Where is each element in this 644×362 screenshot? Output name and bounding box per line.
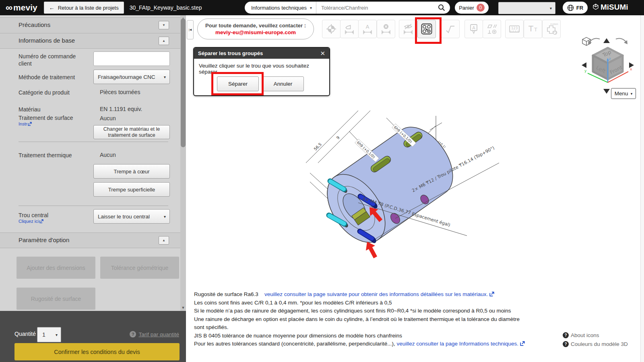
- quantity-select[interactable]: 1 ▾: [37, 327, 61, 342]
- about-icons-link[interactable]: ? About icons: [563, 332, 599, 338]
- text-dimension-button[interactable]: A: [358, 20, 377, 38]
- back-button-label: Retour à la liste de projets: [58, 5, 119, 11]
- meviy-logo-text: meviy: [13, 3, 37, 12]
- sidebar-scrollbar-thumb[interactable]: [181, 19, 186, 147]
- cart-count-badge: 0: [477, 4, 485, 12]
- six-views-icon: 6VIEWS: [545, 22, 558, 36]
- annotation-button[interactable]: A: [464, 20, 483, 38]
- surface-finish-button[interactable]: [441, 20, 460, 38]
- question-icon: ?: [563, 341, 569, 347]
- search-input[interactable]: Tolérance/Chanfrein: [316, 5, 438, 11]
- scroll-down-icon[interactable]: ▼: [181, 306, 186, 310]
- separate-grouped-holes-button[interactable]: [417, 20, 436, 38]
- price-by-quantity-label: Tarif par quantité: [138, 331, 179, 337]
- model-colors-link[interactable]: ? Couleurs du modèle 3D: [563, 341, 628, 347]
- note-line: Si le modèle n’a pas de rainure de dégag…: [194, 307, 528, 315]
- main-scrollbar[interactable]: [640, 15, 644, 362]
- cart-button[interactable]: Panier 0: [455, 2, 489, 14]
- rotate-left-arrow-icon: [582, 62, 586, 68]
- left-panel: ▶| Précautions ▼ Informations de base ▲ …: [0, 15, 186, 362]
- method-label: Méthode de traitement: [19, 74, 89, 81]
- cancel-button[interactable]: Annuler: [262, 76, 304, 91]
- edit-dimension-icon: [344, 23, 355, 35]
- section-precautions[interactable]: Précautions ▼: [0, 17, 180, 33]
- edit-dimension-button[interactable]: [340, 20, 359, 38]
- order-number-input[interactable]: [93, 51, 170, 66]
- note-line: Une rainure de décharge en option est pl…: [194, 315, 528, 332]
- geometric-tolerance-toolbar-button[interactable]: [483, 20, 501, 38]
- language-label: FR: [576, 5, 583, 11]
- note-line: Les coins sont finis avec C/R 0,1 à 0,4 …: [194, 299, 528, 307]
- hide-dimension-button[interactable]: [399, 20, 417, 38]
- close-icon[interactable]: ✕: [320, 50, 325, 57]
- options-title: Paramètre d'option: [19, 237, 69, 243]
- separate-button[interactable]: Séparer: [217, 76, 259, 91]
- delete-dimension-icon: [380, 23, 392, 35]
- external-link-icon: [489, 292, 494, 296]
- price-by-quantity-link[interactable]: ? Tarif par quantité: [130, 331, 179, 337]
- view-menu-button[interactable]: Menu ▾: [611, 88, 636, 99]
- language-button[interactable]: FR: [563, 2, 588, 14]
- question-icon: ?: [130, 331, 136, 337]
- center-hole-link-label: Cliquez ici: [19, 219, 39, 224]
- materials-info-link[interactable]: veuillez consulter la page suivante pour…: [264, 291, 488, 297]
- text-size-button[interactable]: T T: [524, 20, 542, 38]
- datum-target-icon: [326, 23, 337, 35]
- change-material-button[interactable]: Changer le matériau et le traitement de …: [93, 125, 170, 139]
- panel-collapse-button[interactable]: |◀: [187, 20, 194, 39]
- account-dropdown[interactable]: ▾: [498, 2, 555, 14]
- search-category-dropdown[interactable]: Informations techniques ▾: [245, 2, 316, 14]
- svg-text:T: T: [528, 24, 533, 33]
- model-colors-label: Couleurs du modèle 3D: [571, 341, 628, 347]
- grouped-holes-icon: [421, 23, 433, 35]
- misumi-logo-icon: [592, 4, 599, 11]
- collapse-precautions-button[interactable]: ▼: [159, 21, 169, 29]
- divider: [19, 142, 168, 142]
- contact-banner: Pour toute demande, veuillez contacter :…: [197, 19, 314, 39]
- dimension-values-button[interactable]: 123: [505, 20, 524, 38]
- y-axis-label: y: [584, 69, 587, 73]
- quantity-value: 1: [42, 331, 45, 338]
- instr-link-label: Instr: [19, 121, 27, 126]
- dialog-header[interactable]: Séparer les trous groupés ✕: [194, 48, 329, 59]
- svg-text:123: 123: [511, 26, 518, 30]
- confirm-quote-button[interactable]: Confirmer les conditions du devis: [14, 343, 180, 360]
- quote-footer: Quantité 1 ▾ ? Tarif par quantité Confir…: [0, 311, 186, 362]
- chevron-down-icon: ▾: [631, 92, 633, 96]
- dim-length-label: 56,5: [313, 142, 323, 152]
- section-options[interactable]: Paramètre d'option ▲: [0, 232, 180, 248]
- meviy-logo[interactable]: ∞ meviy: [6, 2, 37, 13]
- back-to-projects-button[interactable]: ← Retour à la liste de projets: [44, 2, 124, 14]
- question-icon: ?: [563, 332, 569, 338]
- chevron-down-icon: ▾: [550, 6, 552, 10]
- delete-dimension-button[interactable]: [377, 20, 395, 38]
- search-icon[interactable]: [438, 4, 445, 11]
- file-name: 30_FAtp_Keyway_basic.step: [130, 4, 202, 11]
- instr-link[interactable]: Instr: [19, 121, 32, 126]
- datum-target-button[interactable]: [322, 20, 341, 38]
- contact-line: Pour toute demande, veuillez contacter :: [205, 23, 306, 29]
- collapse-options-button[interactable]: ▲: [159, 236, 169, 245]
- footnotes: Rugosité de surface Ra6.3 veuillez consu…: [194, 290, 528, 348]
- quench-core-button[interactable]: Trempe à cœur: [93, 164, 170, 179]
- globe-icon: [567, 4, 574, 11]
- note-line: Rugosité de surface Ra6.3 veuillez consu…: [194, 290, 528, 299]
- surface-treatment-value: Aucun: [100, 115, 116, 121]
- external-link-icon: [28, 122, 32, 126]
- divider: [19, 206, 168, 206]
- sidebar-scrollbar[interactable]: ▲ ▼: [180, 15, 186, 311]
- view-cube: Top Left Front y x z: [584, 48, 632, 82]
- external-link-icon: [39, 219, 43, 223]
- chevron-down-icon: ▾: [310, 6, 312, 10]
- section-base-info[interactable]: Informations de base ▲: [0, 33, 180, 49]
- method-select[interactable]: Fraisage/tournage CNC ▾: [93, 70, 170, 84]
- center-hole-link[interactable]: Cliquez ici: [19, 219, 43, 224]
- model-3d-viewport[interactable]: 56,5 9 6h9 (+0,1/0) 6h9 (+0,1/0) (+0,1) …: [306, 111, 515, 263]
- quench-surface-button[interactable]: Trempe superficielle: [93, 182, 170, 197]
- six-views-button[interactable]: 6VIEWS: [542, 20, 561, 38]
- view-menu-label: Menu: [615, 90, 628, 97]
- contact-email-link[interactable]: meviy-eu@misumi-europe.com: [215, 29, 296, 35]
- collapse-base-info-button[interactable]: ▲: [159, 37, 169, 45]
- center-hole-select[interactable]: Laisser le trou central ▾: [93, 209, 170, 224]
- tech-info-link[interactable]: veuillez consulter la page Informations …: [397, 341, 518, 347]
